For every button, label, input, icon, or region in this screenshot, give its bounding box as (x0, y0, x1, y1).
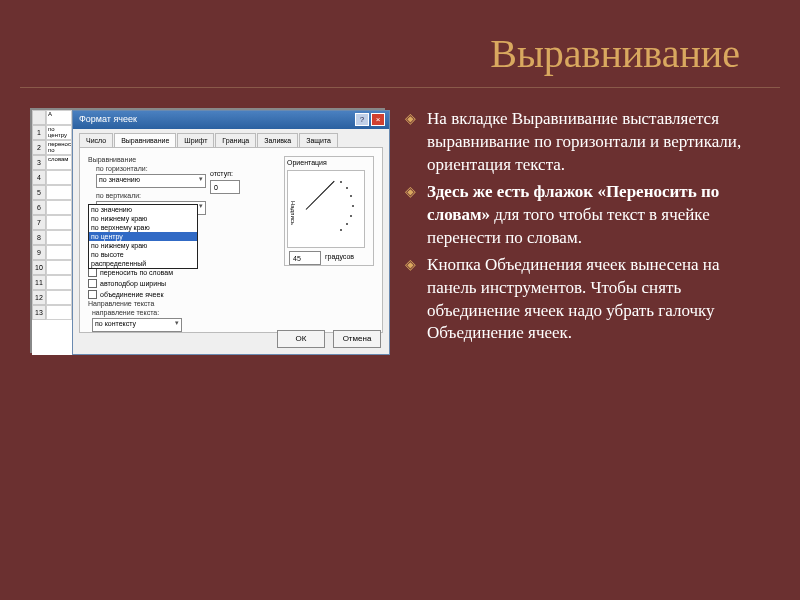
checkbox-label: автоподбор ширины (100, 280, 166, 287)
combo-option[interactable]: по нижнему краю (89, 241, 197, 250)
row-number: 10 (32, 260, 46, 275)
dialog-tabs: Число Выравнивание Шрифт Граница Заливка… (73, 129, 389, 147)
row-number: 6 (32, 200, 46, 215)
combo-option[interactable]: по верхнему краю (89, 223, 197, 232)
direction-combo[interactable]: по контексту (92, 318, 182, 332)
indent-spinner[interactable]: 0 (210, 180, 240, 194)
cell: по центру (46, 125, 72, 140)
tab-font[interactable]: Шрифт (177, 133, 214, 147)
horizontal-combo[interactable]: по значению (96, 174, 206, 188)
row-number: 5 (32, 185, 46, 200)
tab-protection[interactable]: Защита (299, 133, 338, 147)
row-number: 11 (32, 275, 46, 290)
cell (46, 275, 72, 290)
wrap-text-checkbox[interactable]: переносить по словам (88, 268, 173, 277)
cell (46, 230, 72, 245)
dialog-title-text: Формат ячеек (79, 114, 137, 124)
orientation-text: Надпись (290, 201, 296, 225)
combo-option[interactable]: распределенный (89, 259, 197, 268)
combo-option[interactable]: по значению (89, 205, 197, 214)
tab-body: Выравнивание по горизонтали: по значению… (79, 147, 383, 333)
row-number: 12 (32, 290, 46, 305)
checkbox-icon (88, 279, 97, 288)
cell (46, 290, 72, 305)
dialog-screenshot: A 1по центру 2перенос по 3словам 4 5 6 7… (30, 108, 385, 353)
cell (46, 305, 72, 320)
col-header: A (46, 110, 72, 125)
cancel-button[interactable]: Отмена (333, 330, 381, 348)
row-number: 8 (32, 230, 46, 245)
ok-button[interactable]: ОК (277, 330, 325, 348)
cell (46, 215, 72, 230)
format-cells-dialog: Формат ячеек ? × Число Выравнивание Шриф… (72, 110, 390, 355)
vertical-combo-dropdown[interactable]: по значению по нижнему краю по верхнему … (88, 204, 198, 269)
tab-border[interactable]: Граница (215, 133, 256, 147)
checkbox-label: объединение ячеек (100, 291, 163, 298)
bullet-item: Здесь же есть флажок «Переносить по слов… (405, 181, 770, 250)
cell (46, 200, 72, 215)
direction-label: направление текста: (92, 309, 182, 316)
shrink-checkbox[interactable]: автоподбор ширины (88, 279, 173, 288)
degrees-spinner[interactable]: 45 (289, 251, 321, 265)
cell (46, 170, 72, 185)
bullet-item: Кнопка Объединения ячеек вынесена на пан… (405, 254, 770, 346)
merge-checkbox[interactable]: объединение ячеек (88, 290, 173, 299)
cell (46, 185, 72, 200)
combo-option[interactable]: по нижнему краю (89, 214, 197, 223)
row-number: 1 (32, 125, 46, 140)
help-button[interactable]: ? (355, 113, 369, 126)
row-number: 7 (32, 215, 46, 230)
cell (46, 260, 72, 275)
bullet-item: На вкладке Выравнивание выставляется выр… (405, 108, 770, 177)
slide-title: Выравнивание (20, 0, 780, 88)
checkbox-icon (88, 290, 97, 299)
orientation-box: Ориентация Надпись 45 градусов (284, 156, 374, 266)
tab-fill[interactable]: Заливка (257, 133, 298, 147)
combo-option[interactable]: по высоте (89, 250, 197, 259)
cell (46, 245, 72, 260)
row-number: 9 (32, 245, 46, 260)
orientation-label: Ориентация (285, 157, 373, 168)
combo-option-selected[interactable]: по центру (89, 232, 197, 241)
dialog-titlebar[interactable]: Формат ячеек ? × (73, 111, 389, 129)
tab-number[interactable]: Число (79, 133, 113, 147)
indent-label: отступ: (210, 170, 233, 177)
row-number: 3 (32, 155, 46, 170)
row-number: 4 (32, 170, 46, 185)
checkbox-label: переносить по словам (100, 269, 173, 276)
row-header (32, 110, 46, 125)
degrees-label: градусов (325, 253, 354, 260)
direction-section-label: Направление текста (88, 300, 182, 307)
row-number: 13 (32, 305, 46, 320)
close-button[interactable]: × (371, 113, 385, 126)
tab-alignment[interactable]: Выравнивание (114, 133, 176, 148)
cell: перенос по (46, 140, 72, 155)
slide-text: На вкладке Выравнивание выставляется выр… (405, 108, 770, 353)
checkbox-icon (88, 268, 97, 277)
row-number: 2 (32, 140, 46, 155)
excel-row-headers: A 1по центру 2перенос по 3словам 4 5 6 7… (32, 110, 72, 355)
orientation-dial[interactable]: Надпись (287, 170, 365, 248)
cell: словам (46, 155, 72, 170)
